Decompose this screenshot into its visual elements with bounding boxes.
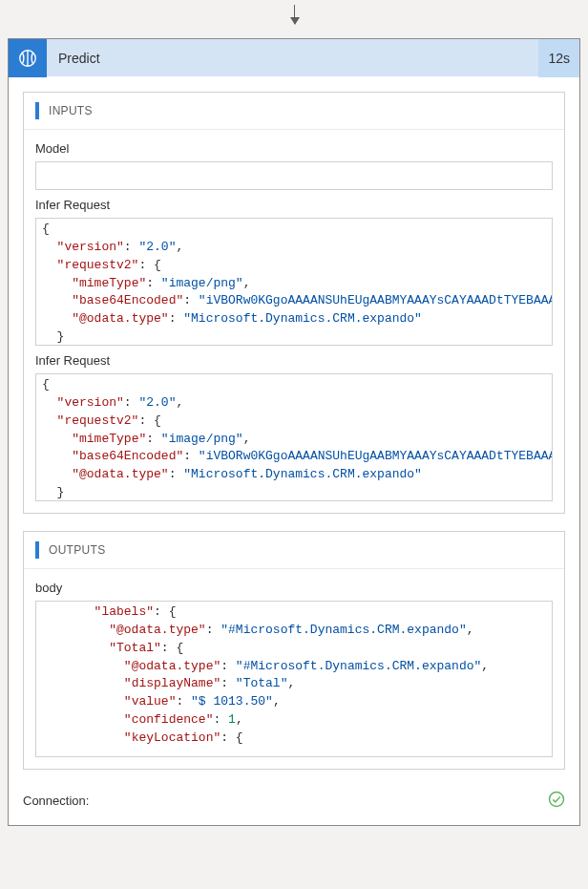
accent-bar xyxy=(35,541,39,559)
success-icon xyxy=(548,791,565,811)
card-header[interactable]: Predict 12s xyxy=(9,39,579,77)
outputs-title: OUTPUTS xyxy=(49,543,105,557)
body-output-code[interactable]: "labels": { "@odata.type": "#Microsoft.D… xyxy=(35,601,553,757)
body-label: body xyxy=(35,581,553,595)
infer-request-code-2[interactable]: { "version": "2.0", "requestv2": { "mime… xyxy=(35,373,553,501)
outputs-section: OUTPUTS body "labels": { "@odata.type": … xyxy=(23,531,565,770)
flow-arrow xyxy=(5,5,583,38)
card-title: Predict xyxy=(47,51,538,66)
svg-point-1 xyxy=(550,793,564,807)
accent-bar xyxy=(35,102,39,119)
brain-icon xyxy=(9,39,47,77)
duration-badge: 12s xyxy=(538,39,579,77)
predict-action-card: Predict 12s INPUTS Model Infer Request {… xyxy=(8,38,580,826)
inputs-title: INPUTS xyxy=(49,104,93,117)
connection-label: Connection: xyxy=(23,794,89,808)
infer-request-label-1: Infer Request xyxy=(35,198,553,212)
infer-request-code-1[interactable]: { "version": "2.0", "requestv2": { "mime… xyxy=(35,218,553,346)
inputs-header: INPUTS xyxy=(24,93,564,130)
model-input[interactable] xyxy=(35,161,553,190)
outputs-header: OUTPUTS xyxy=(24,532,564,569)
model-label: Model xyxy=(35,141,553,156)
inputs-section: INPUTS Model Infer Request { "version": … xyxy=(23,92,565,514)
connection-footer: Connection: xyxy=(23,787,565,811)
infer-request-label-2: Infer Request xyxy=(35,353,553,368)
